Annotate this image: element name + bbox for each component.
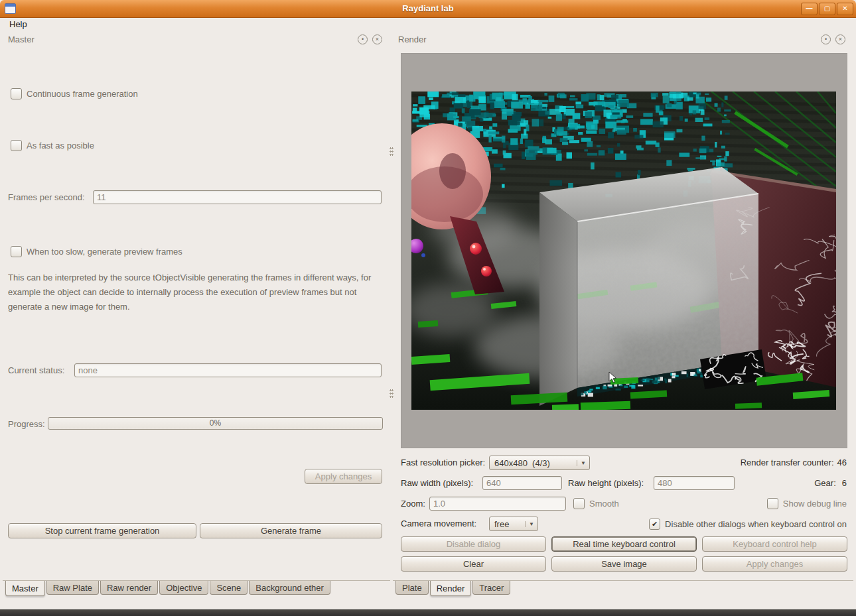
render-panel-header: Render • ×: [393, 32, 853, 46]
disable-other-dialogs-row: Disable other dialogs when keyboard cont…: [649, 517, 847, 531]
generate-frame-button[interactable]: Generate frame: [200, 523, 382, 538]
tab-plate[interactable]: Plate: [395, 581, 429, 595]
current-status-input[interactable]: [74, 363, 382, 377]
chevron-down-icon: ▼: [525, 521, 534, 527]
smooth-row: Smooth: [573, 496, 619, 511]
save-image-button[interactable]: Save image: [551, 556, 697, 572]
show-debug-row: Show debug line: [767, 496, 847, 511]
camera-movement-select[interactable]: free ▼: [489, 517, 538, 531]
fps-input[interactable]: [93, 190, 382, 204]
menu-help[interactable]: Help: [0, 18, 34, 29]
current-status-label: Current status:: [8, 365, 64, 375]
tab-scene[interactable]: Scene: [210, 581, 248, 595]
resolution-picker-select[interactable]: 640x480 (4/3) ▼: [489, 456, 590, 470]
disable-other-dialogs-label: Disable other dialogs when keyboard cont…: [665, 519, 847, 529]
preview-frames-label: When too slow, generate preview frames: [27, 247, 182, 257]
as-fast-row: As fast as posible: [11, 138, 94, 153]
tab-master[interactable]: Master: [5, 581, 45, 596]
close-button[interactable]: ✕: [837, 3, 853, 15]
render-panel-title: Render: [398, 34, 427, 44]
minimize-button[interactable]: —: [801, 3, 818, 15]
stop-frame-generation-button[interactable]: Stop current frame generation: [8, 523, 196, 538]
menu-bar: Help: [0, 18, 856, 31]
camera-movement-label: Camera movement:: [401, 519, 476, 528]
tab-tracer[interactable]: Tracer: [472, 581, 510, 595]
render-panel: Render • ×: [393, 32, 853, 580]
continuous-frame-checkbox[interactable]: [11, 88, 22, 99]
master-panel-title: Master: [8, 34, 35, 44]
continuous-frame-label: Continuous frame generation: [27, 89, 138, 99]
raydiant-lab-window: { "window": {"title": "Raydiant lab"}, "…: [0, 0, 856, 616]
right-tabstrip: Plate Render Tracer: [395, 581, 510, 596]
show-debug-label: Show debug line: [783, 499, 847, 509]
tab-render[interactable]: Render: [430, 581, 472, 596]
title-bar[interactable]: Raydiant lab — ▢ ✕: [0, 0, 856, 18]
fps-label: Frames per second:: [8, 192, 85, 202]
smooth-checkbox[interactable]: [573, 498, 585, 509]
tab-raw-render[interactable]: Raw render: [100, 581, 158, 595]
as-fast-label: As fast as posible: [27, 141, 94, 151]
raw-height-input[interactable]: [654, 476, 735, 490]
progress-text: 0%: [48, 418, 382, 429]
maximize-button[interactable]: ▢: [819, 3, 835, 15]
smooth-label: Smooth: [589, 499, 619, 509]
raw-height-label: Raw height (pixels):: [568, 478, 644, 488]
master-panel: Master • × Continuous frame generation A…: [3, 32, 390, 580]
progress-label: Progress:: [8, 419, 45, 429]
realtime-keyboard-control-button[interactable]: Real time keyboard control: [551, 536, 697, 552]
disable-other-dialogs-checkbox[interactable]: [649, 519, 660, 530]
raw-width-input[interactable]: [482, 476, 562, 490]
window-bottom-border: [0, 609, 856, 616]
as-fast-checkbox[interactable]: [11, 140, 22, 151]
left-tabstrip: Master Raw Plate Raw render Objective Sc…: [5, 581, 330, 596]
resolution-picker-label: Fast resolution picker:: [401, 458, 485, 467]
progress-bar: 0%: [48, 417, 383, 430]
zoom-label: Zoom:: [401, 499, 425, 509]
apply-changes-button-left[interactable]: Apply changes: [305, 469, 382, 484]
window-title: Raydiant lab: [0, 3, 856, 13]
zoom-input[interactable]: [429, 497, 566, 511]
tab-objective[interactable]: Objective: [159, 581, 208, 595]
apply-changes-button-right[interactable]: Apply changes: [702, 556, 847, 572]
tab-raw-plate[interactable]: Raw Plate: [46, 581, 99, 595]
gear-counter: Gear: 6: [814, 478, 847, 488]
tab-background-ether[interactable]: Background ether: [249, 581, 330, 595]
preview-frames-row: When too slow, generate preview frames: [11, 244, 182, 259]
description-text: This can be interpreted by the source tO…: [8, 271, 386, 314]
show-debug-checkbox[interactable]: [767, 498, 778, 509]
render-image[interactable]: [411, 92, 836, 410]
chevron-down-icon: ▼: [577, 460, 586, 466]
close-panel-icon[interactable]: ×: [372, 34, 382, 44]
raw-width-label: Raw width (pixels):: [401, 478, 473, 488]
master-panel-header: Master • ×: [3, 32, 390, 46]
render-transfer-counter: Render transfer counter: 46: [741, 458, 847, 467]
preview-frames-checkbox[interactable]: [11, 246, 22, 257]
continuous-frame-row: Continuous frame generation: [11, 86, 138, 101]
clear-button[interactable]: Clear: [401, 556, 546, 572]
detach-icon[interactable]: •: [821, 34, 831, 44]
disable-dialog-button[interactable]: Disable dialog: [401, 536, 546, 552]
close-panel-icon[interactable]: ×: [835, 34, 845, 44]
keyboard-control-help-button[interactable]: Keyboard control help: [702, 536, 847, 552]
render-plate[interactable]: [401, 53, 847, 448]
detach-icon[interactable]: •: [358, 34, 368, 44]
